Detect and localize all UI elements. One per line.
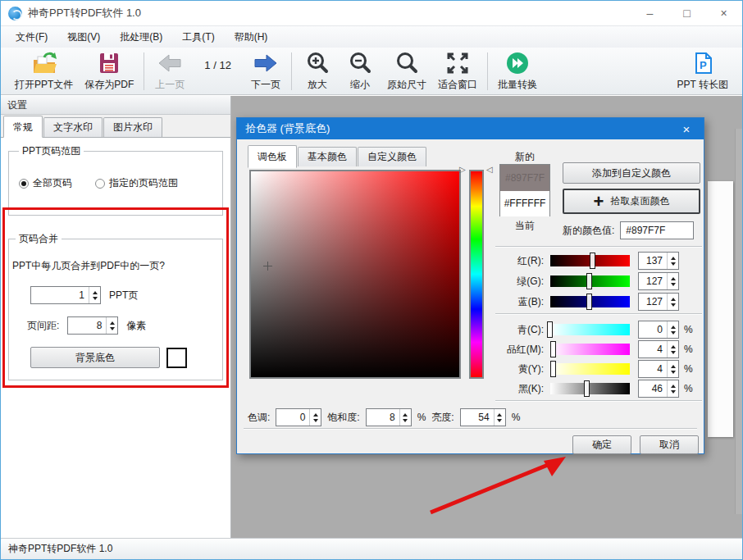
general-tab-content: PPT页码范围 全部页码 指定的页码范围 页码合并 PPT: [1, 138, 230, 538]
tab-basic-colors[interactable]: 基本颜色: [298, 147, 357, 166]
cyan-stepper[interactable]: 0: [638, 321, 679, 339]
gap-value: 8: [68, 317, 106, 334]
saturation-stepper[interactable]: 8: [366, 408, 412, 426]
toolbar: 打开PPT文件 保存为PDF 上一页 1 / 12: [1, 48, 742, 95]
stepper-arrows-icon[interactable]: [667, 321, 678, 338]
green-label: 绿(G):: [493, 275, 550, 289]
open-folder-icon: [30, 51, 58, 75]
gap-stepper[interactable]: 8: [67, 316, 118, 335]
menu-batch[interactable]: 批处理(B): [110, 26, 172, 48]
stepper-arrows-icon[interactable]: [667, 380, 678, 397]
close-button[interactable]: ×: [705, 1, 742, 25]
saturation-value-gradient[interactable]: [249, 170, 461, 379]
tab-palette[interactable]: 调色板: [248, 145, 297, 168]
fit-window-button[interactable]: 适合窗口: [432, 48, 483, 94]
luminance-stepper[interactable]: 54: [460, 408, 506, 426]
menu-view[interactable]: 视图(V): [57, 26, 110, 48]
tab-text-watermark[interactable]: 文字水印: [43, 117, 103, 137]
red-slider[interactable]: [550, 255, 630, 266]
vertical-scrollbar[interactable]: [735, 129, 742, 514]
new-color-value-input[interactable]: [620, 221, 694, 239]
original-size-button[interactable]: 原始尺寸: [381, 48, 432, 94]
next-page-button[interactable]: 下一页: [244, 48, 287, 94]
batch-convert-label: 批量转换: [498, 78, 537, 92]
color-selection-marker-icon[interactable]: [263, 262, 272, 271]
open-ppt-button[interactable]: 打开PPT文件: [9, 48, 79, 94]
background-color-button[interactable]: 背景底色: [30, 347, 160, 368]
cyan-slider[interactable]: [550, 324, 630, 335]
save-floppy-icon: [97, 51, 121, 75]
slider-handle[interactable]: [550, 361, 556, 377]
separator: [495, 246, 702, 248]
menu-help[interactable]: 帮助(H): [225, 26, 278, 48]
settings-header: 设置: [1, 96, 230, 115]
black-stepper[interactable]: 46: [638, 380, 679, 398]
tab-custom-colors[interactable]: 自定义颜色: [358, 147, 426, 166]
maximize-button[interactable]: □: [668, 1, 705, 25]
slider-handle[interactable]: [590, 253, 595, 269]
saturation-unit: %: [417, 412, 426, 423]
stepper-arrows-icon[interactable]: [667, 294, 678, 310]
stepper-arrows-icon[interactable]: [667, 253, 678, 269]
black-slider[interactable]: [550, 383, 630, 394]
hue-marker-right-icon[interactable]: ◁: [486, 165, 493, 174]
hue-value: 0: [276, 409, 309, 426]
page-merge-group: 页码合并 PPT中每几页合并到PDF中的一页? 1 PPT页 页间距: 8: [8, 232, 223, 380]
hue-slider[interactable]: [469, 170, 484, 379]
page-range-group: PPT页码范围 全部页码 指定的页码范围: [8, 144, 223, 216]
batch-convert-button[interactable]: 批量转换: [492, 48, 543, 94]
stepper-arrows-icon[interactable]: [399, 409, 411, 426]
black-value: 46: [639, 380, 667, 397]
blue-stepper[interactable]: 127: [638, 293, 679, 311]
slider-handle[interactable]: [584, 380, 590, 397]
zoom-out-button[interactable]: 缩小: [339, 48, 381, 94]
red-value: 137: [639, 253, 667, 269]
stepper-arrows-icon[interactable]: [89, 287, 100, 303]
yellow-slider[interactable]: [550, 363, 630, 375]
pages-per-sheet-unit: PPT页: [109, 289, 138, 303]
save-pdf-button[interactable]: 保存为PDF: [79, 48, 139, 94]
green-slider[interactable]: [550, 275, 630, 287]
ppt-to-long-image-button[interactable]: P PPT 转长图: [672, 48, 734, 94]
pick-desktop-color-button[interactable]: + 拾取桌面颜色: [563, 189, 700, 214]
stepper-arrows-icon[interactable]: [106, 317, 117, 334]
magenta-stepper[interactable]: 4: [638, 340, 679, 358]
blue-slider[interactable]: [550, 296, 630, 307]
document-preview-page: [708, 181, 733, 437]
yellow-label: 黄(Y):: [493, 362, 550, 376]
radio-specified-pages[interactable]: 指定的页码范围: [95, 176, 178, 190]
slider-handle[interactable]: [547, 321, 553, 338]
stepper-arrows-icon[interactable]: [494, 409, 505, 426]
stepper-arrows-icon[interactable]: [667, 273, 678, 289]
tab-general[interactable]: 常规: [3, 116, 43, 138]
stepper-arrows-icon[interactable]: [667, 361, 678, 377]
magenta-slider[interactable]: [550, 344, 630, 355]
tab-image-watermark[interactable]: 图片水印: [103, 117, 162, 137]
current-color-label: 当前: [499, 219, 550, 233]
hue-stepper[interactable]: 0: [276, 408, 321, 426]
menu-tools[interactable]: 工具(T): [172, 26, 224, 48]
slider-handle[interactable]: [586, 273, 592, 289]
add-to-custom-colors-button[interactable]: 添加到自定义颜色: [563, 162, 700, 184]
ok-button[interactable]: 确定: [572, 435, 631, 454]
yellow-stepper[interactable]: 4: [638, 360, 679, 378]
cancel-button[interactable]: 取消: [640, 435, 699, 454]
cyan-unit: %: [684, 324, 693, 335]
hue-marker-left-icon[interactable]: ▷: [459, 165, 466, 174]
red-stepper[interactable]: 137: [638, 252, 679, 270]
green-stepper[interactable]: 127: [638, 272, 679, 290]
dialog-close-icon[interactable]: ×: [677, 122, 695, 136]
stepper-arrows-icon[interactable]: [309, 409, 321, 426]
menu-bar: 文件(F) 视图(V) 批处理(B) 工具(T) 帮助(H): [1, 25, 742, 48]
slider-handle[interactable]: [550, 341, 556, 357]
radio-all-pages[interactable]: 全部页码: [19, 176, 72, 190]
zoom-in-button[interactable]: 放大: [296, 48, 339, 94]
background-color-swatch[interactable]: [166, 348, 187, 368]
stepper-arrows-icon[interactable]: [667, 341, 678, 357]
dialog-title-bar[interactable]: 拾色器 (背景底色) ×: [237, 118, 704, 139]
minimize-button[interactable]: –: [631, 1, 668, 25]
menu-file[interactable]: 文件(F): [6, 26, 57, 48]
pages-per-sheet-stepper[interactable]: 1: [30, 286, 101, 304]
prev-page-button[interactable]: 上一页: [148, 48, 191, 94]
slider-handle[interactable]: [586, 294, 592, 310]
